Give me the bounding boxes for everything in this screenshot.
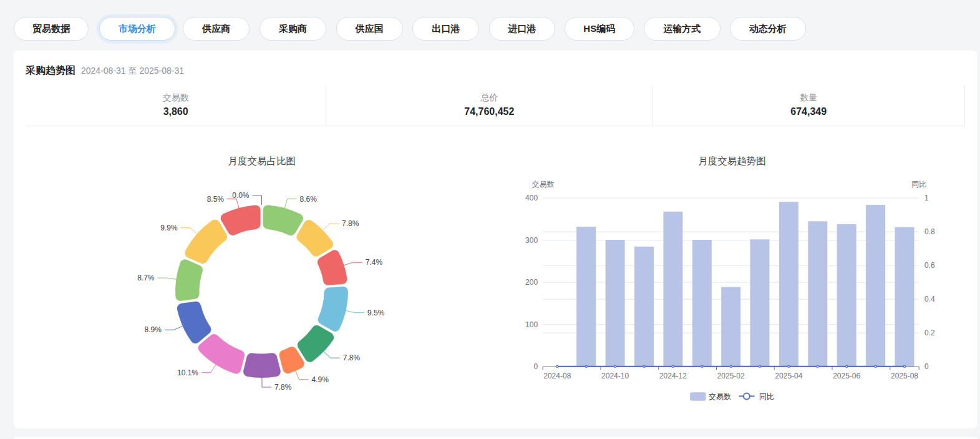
svg-text:0: 0: [924, 362, 929, 371]
svg-text:月度交易占比图: 月度交易占比图: [228, 155, 296, 166]
svg-text:2024-08: 2024-08: [543, 372, 571, 380]
svg-text:0.4: 0.4: [924, 295, 935, 303]
svg-text:2025-04: 2025-04: [775, 372, 802, 380]
svg-text:0.6: 0.6: [924, 261, 935, 270]
svg-text:2024-10: 2024-10: [601, 372, 629, 380]
svg-text:0.8: 0.8: [924, 227, 935, 236]
svg-text:9.9%: 9.9%: [160, 224, 178, 232]
svg-text:8.6%: 8.6%: [300, 195, 318, 204]
svg-text:1: 1: [924, 194, 929, 202]
svg-text:7.8%: 7.8%: [342, 219, 359, 228]
svg-text:9.5%: 9.5%: [367, 308, 385, 317]
svg-text:月度交易趋势图: 月度交易趋势图: [698, 155, 766, 166]
svg-text:100: 100: [525, 320, 538, 329]
svg-text:0.2: 0.2: [924, 328, 935, 337]
svg-text:300: 300: [525, 236, 538, 245]
svg-text:7.8%: 7.8%: [274, 383, 292, 392]
svg-text:同比: 同比: [759, 392, 774, 401]
svg-text:交易数: 交易数: [532, 180, 555, 189]
svg-text:2025-06: 2025-06: [833, 372, 860, 380]
svg-text:交易数: 交易数: [709, 392, 731, 401]
svg-text:7.8%: 7.8%: [343, 353, 361, 362]
svg-text:2024-12: 2024-12: [659, 372, 687, 380]
svg-text:8.5%: 8.5%: [207, 195, 225, 204]
svg-text:2025-02: 2025-02: [717, 372, 745, 380]
svg-text:8.9%: 8.9%: [145, 325, 162, 334]
svg-text:8.7%: 8.7%: [137, 274, 155, 282]
svg-text:10.1%: 10.1%: [177, 368, 198, 377]
svg-text:4.9%: 4.9%: [312, 375, 329, 384]
svg-text:400: 400: [525, 194, 538, 202]
svg-text:7.4%: 7.4%: [366, 258, 383, 267]
svg-text:同比: 同比: [911, 180, 926, 189]
svg-text:2025-08: 2025-08: [891, 372, 918, 380]
svg-text:0: 0: [533, 362, 538, 371]
svg-text:200: 200: [525, 278, 538, 287]
